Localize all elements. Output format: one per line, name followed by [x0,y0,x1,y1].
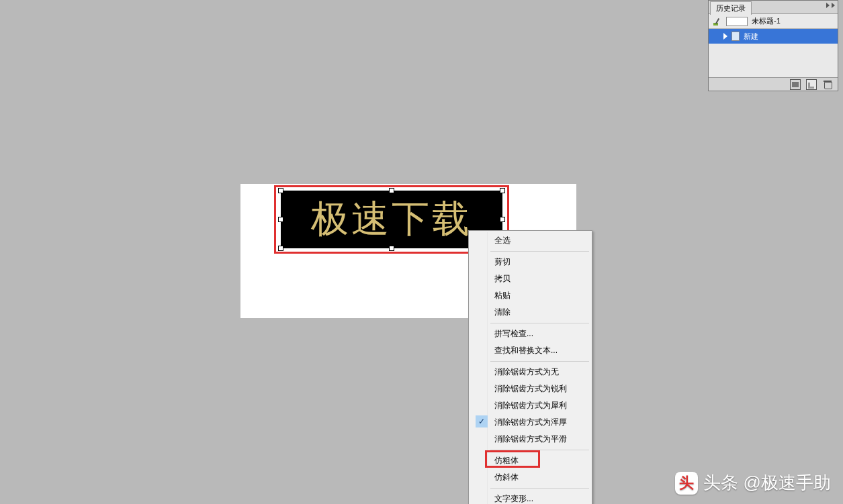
watermark-logo-icon: 头 [675,472,698,495]
document-icon [731,32,740,41]
transform-handle[interactable] [278,217,283,222]
play-icon [723,33,727,40]
transform-handle[interactable] [278,246,283,251]
chevron-right-icon [832,3,835,8]
menu-item-find-replace[interactable]: 查找和替换文本... [470,342,590,359]
menu-item-clear[interactable]: 清除 [470,304,590,321]
menu-item-select-all[interactable]: 全选 [470,232,590,249]
transform-handle[interactable] [500,217,505,222]
menu-separator [490,450,589,450]
document-name: 未标题-1 [752,16,781,26]
watermark-text: 头条 @极速手助 [703,471,831,495]
text-layer-content: 极速下载 [311,194,472,245]
transform-handle[interactable] [278,188,283,193]
panel-options-button[interactable] [826,3,835,8]
watermark: 头 头条 @极速手助 [675,471,831,495]
transform-handle[interactable] [389,246,394,251]
chevron-right-icon [826,3,830,8]
history-panel: 历史记录 未标题-1 新建 [708,0,838,91]
menu-item-aa-sharp[interactable]: 消除锯齿方式为锐利 [470,381,590,397]
menu-item-paste[interactable]: 粘贴 [470,287,590,304]
menu-separator [490,323,589,323]
menu-separator [490,251,589,252]
menu-item-aa-none[interactable]: 消除锯齿方式为无 [470,364,590,381]
menu-item-cut[interactable]: 剪切 [470,254,590,270]
snapshot-icon[interactable] [791,80,800,89]
history-empty-area [709,44,838,77]
transform-handle[interactable] [500,188,505,193]
history-entry-label: 新建 [744,32,758,42]
brush-icon [713,17,722,26]
menu-item-aa-smooth[interactable]: 消除锯齿方式为平滑 [470,431,590,448]
history-tab[interactable]: 历史记录 [710,1,752,15]
context-menu: 全选 剪切 拷贝 粘贴 清除 拼写检查... 查找和替换文本... 消除锯齿方式… [468,230,592,504]
menu-separator [490,488,589,489]
menu-item-copy[interactable]: 拷贝 [470,270,590,287]
history-entry-selected[interactable]: 新建 [709,29,838,44]
menu-item-faux-italic[interactable]: 仿斜体 [470,469,590,486]
history-document-row[interactable]: 未标题-1 [709,14,838,29]
transform-handle[interactable] [389,188,394,193]
menu-item-aa-crisp[interactable]: 消除锯齿方式为犀利 [470,397,590,414]
menu-separator [490,361,589,362]
panel-footer [709,77,838,91]
new-document-icon[interactable] [807,80,816,89]
menu-item-warp-text[interactable]: 文字变形... [470,491,590,504]
document-thumbnail [726,17,748,26]
menu-item-faux-bold[interactable]: 仿粗体 [470,452,590,469]
menu-item-aa-strong[interactable]: 消除锯齿方式为浑厚 [470,414,590,431]
menu-item-spellcheck[interactable]: 拼写检查... [470,325,590,342]
trash-icon[interactable] [823,80,832,89]
panel-tabbar: 历史记录 [709,1,838,14]
